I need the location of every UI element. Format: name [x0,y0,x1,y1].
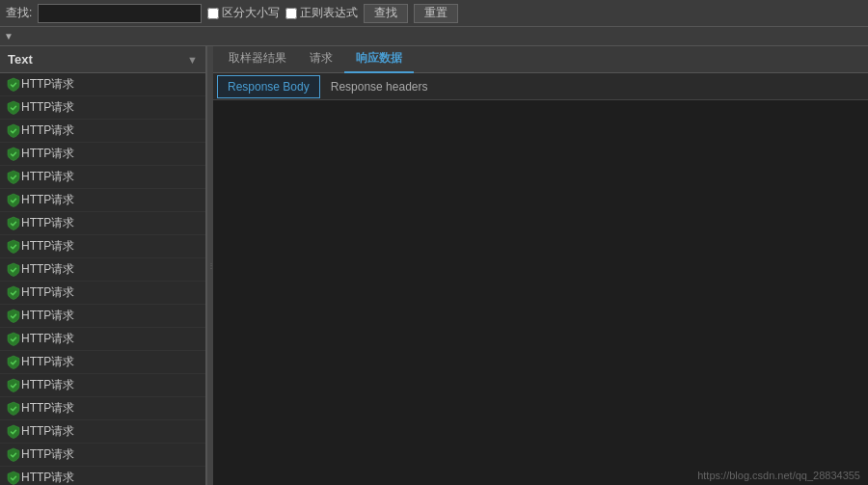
case-sensitive-label: 区分大小写 [222,5,280,21]
list-item[interactable]: HTTP请求 [0,212,205,235]
search-input[interactable] [38,4,202,23]
right-panel: 取样器结果请求响应数据 Response BodyResponse header… [213,46,868,485]
shield-icon [6,77,21,93]
list-item[interactable]: HTTP请求 [0,96,205,120]
main-content: Text ▼ HTTP请求 HTTP请求 [0,46,868,485]
list-item-text: HTTP请求 [21,377,74,393]
list-item-text: HTTP请求 [21,122,74,139]
list-item[interactable]: HTTP请求 [0,235,205,258]
list-item-text: HTTP请求 [21,446,74,463]
list-item[interactable]: HTTP请求 [0,351,205,374]
shield-icon [6,401,21,417]
list-item[interactable]: HTTP请求 [0,166,205,189]
list-item-text: HTTP请求 [21,215,74,231]
list-item-text: HTTP请求 [21,423,74,440]
regex-checkbox-group: 正则表达式 [285,5,358,21]
tab-响应数据[interactable]: 响应数据 [344,46,414,73]
shield-icon [6,447,21,463]
sort-down-icon: ▼ [4,31,14,41]
list-item[interactable]: HTTP请求 [0,420,205,444]
list-item[interactable]: HTTP请求 [0,120,205,143]
shield-icon [6,123,21,139]
list-item-text: HTTP请求 [21,99,74,116]
shield-icon [6,332,21,347]
regex-checkbox[interactable] [285,8,297,19]
shield-icon [6,170,21,185]
shield-icon [6,355,21,370]
tabs-row: 取样器结果请求响应数据 [213,46,868,73]
shield-icon [6,378,21,393]
filter-icon[interactable]: ▼ [187,54,198,66]
list-item-text: HTTP请求 [21,331,74,347]
list-item[interactable]: HTTP请求 [0,143,205,166]
case-sensitive-checkbox-group: 区分大小写 [207,5,280,21]
list-item-text: HTTP请求 [21,354,74,370]
find-button[interactable]: 查找 [364,4,408,23]
sub-tabs-row: Response BodyResponse headers [213,73,868,100]
list-item-text: HTTP请求 [21,146,74,162]
tab-请求[interactable]: 请求 [298,46,344,73]
shield-icon [6,239,21,255]
footer-link: https://blog.csdn.net/qq_28834355 [697,470,860,481]
list-item[interactable]: HTTP请求 [0,305,205,328]
search-label: 查找: [6,5,32,21]
left-panel: Text ▼ HTTP请求 HTTP请求 [0,46,207,485]
shield-icon [6,100,21,116]
shield-icon [6,262,21,278]
list-item[interactable]: HTTP请求 [0,189,205,212]
list-item-text: HTTP请求 [21,169,74,185]
list-item-text: HTTP请求 [21,308,74,324]
list-item-text: HTTP请求 [21,76,74,93]
list-item-text: HTTP请求 [21,238,74,255]
reset-button[interactable]: 重置 [414,4,458,23]
shield-icon [6,285,21,301]
left-panel-header: Text ▼ [0,46,205,73]
list-item[interactable]: HTTP请求 [0,282,205,305]
tab-取样器结果[interactable]: 取样器结果 [217,46,298,73]
list-item[interactable]: HTTP请求 [0,467,205,485]
list-container[interactable]: HTTP请求 HTTP请求 HTTP请求 [0,73,205,485]
list-item[interactable]: HTTP请求 [0,397,205,420]
sub-tab-response-body[interactable]: Response Body [217,75,320,98]
sort-arrow-row: ▼ [0,27,868,46]
list-item-text: HTTP请求 [21,261,74,278]
list-item-text: HTTP请求 [21,284,74,301]
response-body[interactable] [213,100,868,485]
shield-icon [6,471,21,486]
list-item[interactable]: HTTP请求 [0,258,205,282]
list-item[interactable]: HTTP请求 [0,328,205,351]
list-item[interactable]: HTTP请求 [0,374,205,397]
case-sensitive-checkbox[interactable] [207,8,219,19]
sub-tab-response-headers[interactable]: Response headers [320,75,439,98]
shield-icon [6,309,21,324]
list-item[interactable]: HTTP请求 [0,73,205,96]
search-bar: 查找: 区分大小写 正则表达式 查找 重置 [0,0,868,27]
shield-icon [6,424,21,440]
list-item-text: HTTP请求 [21,470,74,485]
list-item-text: HTTP请求 [21,400,74,417]
list-item[interactable]: HTTP请求 [0,444,205,467]
list-item-text: HTTP请求 [21,192,74,208]
regex-label: 正则表达式 [300,5,358,21]
left-panel-title: Text [8,52,33,67]
shield-icon [6,216,21,231]
shield-icon [6,193,21,208]
shield-icon [6,147,21,162]
